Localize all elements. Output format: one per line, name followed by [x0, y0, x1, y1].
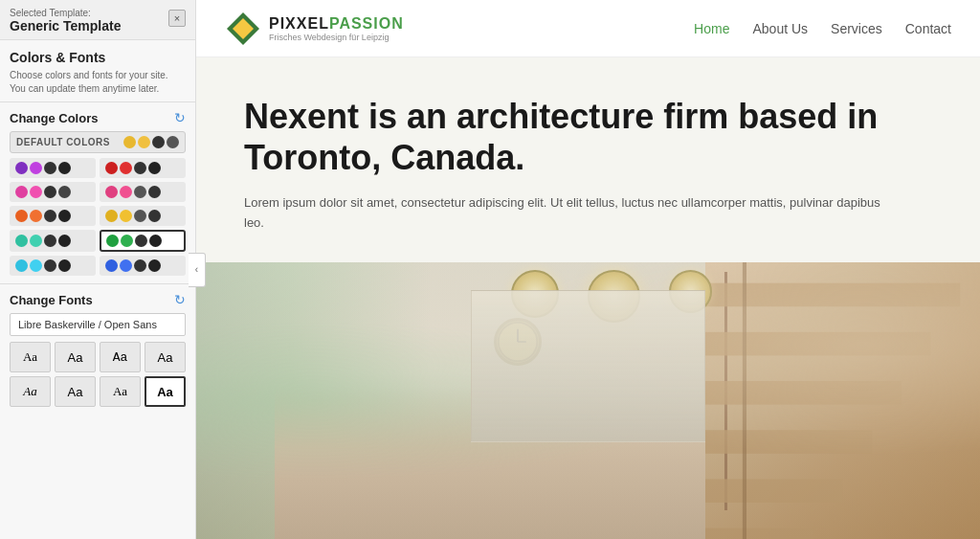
preview-area: PIXXELPASSION Frisches Webdesign für Lei… [196, 0, 980, 539]
swatch [105, 186, 118, 198]
change-colors-section: Change Colors ↻ DEFAULT COLORS [0, 102, 195, 284]
cabinet-area [471, 290, 706, 442]
left-panel: Selected Template: Generic Template × Co… [0, 0, 196, 539]
swatch [135, 235, 147, 247]
swatch [44, 235, 56, 247]
swatch [15, 210, 28, 222]
swatch [30, 210, 42, 222]
font-item-8-selected[interactable]: Aa [145, 376, 186, 407]
logo-brand-end: PASSION [329, 15, 404, 32]
swatch [58, 210, 71, 222]
logo-area: PIXXELPASSION Frisches Webdesign für Lei… [225, 11, 404, 47]
template-name: Generic Template [10, 18, 121, 34]
swatch [120, 259, 132, 272]
swatch-2 [138, 136, 150, 148]
font-item-3[interactable]: Aa [100, 342, 141, 372]
font-item-5[interactable]: Aa [10, 376, 51, 407]
swatch [30, 259, 42, 272]
swatch [30, 162, 42, 174]
logo-subtitle: Frisches Webdesign für Leipzig [269, 33, 404, 42]
swatch [121, 235, 133, 247]
default-swatches [123, 136, 179, 148]
swatch-4 [167, 136, 179, 148]
nav-link-contact[interactable]: Contact [905, 21, 951, 36]
swatch [44, 186, 56, 198]
swatch-1 [123, 136, 136, 148]
palette-row[interactable] [10, 206, 96, 226]
colors-fonts-section: Colors & Fonts Choose colors and fonts f… [0, 40, 195, 102]
palette-row[interactable] [100, 206, 186, 226]
logo-brand: PIXXELPASSION [269, 15, 404, 33]
colors-fonts-title: Colors & Fonts [10, 50, 186, 65]
nav-link-home[interactable]: Home [694, 21, 729, 36]
collapse-panel-button[interactable]: ‹ [189, 253, 206, 287]
swatch [44, 162, 56, 174]
nav-link-services[interactable]: Services [831, 21, 882, 36]
swatch [30, 235, 42, 247]
change-fonts-title: Change Fonts [10, 293, 93, 307]
swatch-3 [152, 136, 165, 148]
palette-row[interactable] [10, 182, 96, 202]
change-fonts-section: Change Fonts ↻ Libre Baskerville / Open … [0, 284, 195, 415]
swatch [15, 259, 28, 272]
swatch [58, 259, 71, 272]
palette-row[interactable] [10, 230, 96, 252]
swatch [106, 235, 119, 247]
font-grid: Aa Aa Aa Aa Aa Aa Aa Aa [10, 342, 186, 407]
swatch [15, 235, 28, 247]
swatch [58, 186, 71, 198]
preview-nav: PIXXELPASSION Frisches Webdesign für Lei… [196, 0, 980, 57]
swatch [149, 235, 162, 247]
swatch [148, 210, 161, 222]
nav-links: Home About Us Services Contact [694, 21, 951, 36]
current-font-display: Libre Baskerville / Open Sans [10, 313, 186, 336]
colors-refresh-icon[interactable]: ↻ [174, 110, 186, 125]
selected-template-label: Selected Template: [10, 8, 121, 18]
change-colors-title: Change Colors [10, 111, 98, 125]
nav-link-about[interactable]: About Us [752, 21, 808, 36]
font-item-6[interactable]: Aa [55, 376, 96, 407]
font-item-4[interactable]: Aa [145, 342, 186, 372]
swatch [134, 186, 146, 198]
swatch [120, 210, 132, 222]
swatch [105, 162, 118, 174]
swatch [105, 210, 118, 222]
swatch [148, 186, 161, 198]
swatch [120, 186, 132, 198]
color-palettes-grid [10, 158, 186, 276]
default-colors-label: DEFAULT COLORS [16, 137, 110, 147]
swatch [15, 162, 28, 174]
panel-header: Selected Template: Generic Template × [0, 0, 195, 40]
swatch [44, 210, 56, 222]
hero-section: Nexent is an architecture firm based in … [196, 57, 980, 262]
swatch [120, 162, 132, 174]
palette-row-selected[interactable] [100, 230, 186, 252]
colors-fonts-desc: Choose colors and fonts for your site.Yo… [10, 69, 186, 96]
palette-row[interactable] [10, 256, 96, 276]
swatch [148, 259, 161, 272]
palette-row[interactable] [100, 158, 186, 178]
logo-text: PIXXELPASSION Frisches Webdesign für Lei… [269, 15, 404, 42]
font-item-1[interactable]: Aa [10, 342, 51, 372]
palette-row[interactable] [100, 256, 186, 276]
swatch [134, 162, 146, 174]
change-colors-header: Change Colors ↻ [10, 110, 186, 125]
swatch [58, 235, 71, 247]
fonts-refresh-icon[interactable]: ↻ [174, 292, 186, 307]
logo-brand-start: PIXXEL [269, 15, 329, 32]
palette-row[interactable] [100, 182, 186, 202]
default-colors-row[interactable]: DEFAULT COLORS [10, 131, 186, 153]
swatch [148, 162, 161, 174]
logo-icon [225, 11, 261, 47]
swatch [30, 186, 42, 198]
swatch [105, 259, 118, 272]
hero-title: Nexent is an architecture firm based in … [244, 96, 895, 178]
swatch [15, 186, 28, 198]
preview-image [196, 262, 980, 539]
font-item-7[interactable]: Aa [100, 376, 141, 407]
swatch [134, 259, 146, 272]
palette-row[interactable] [10, 158, 96, 178]
close-button[interactable]: × [168, 10, 186, 27]
swatch [134, 210, 146, 222]
font-item-2[interactable]: Aa [55, 342, 96, 372]
